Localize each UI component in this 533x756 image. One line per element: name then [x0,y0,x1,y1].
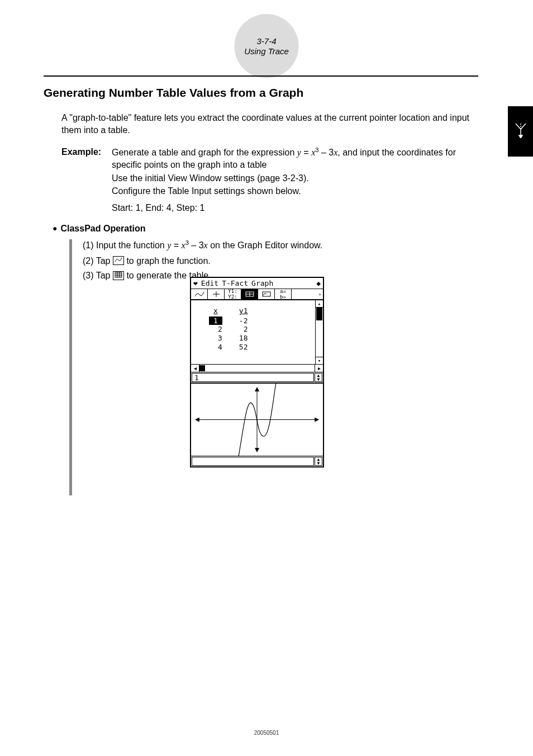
svg-marker-4 [519,135,522,138]
table-value-spinner[interactable]: ▲▼ [315,373,322,382]
example-start-end: Start: 1, End: 4, Step: 1 [112,202,478,214]
table-row[interactable]: 1 -2 [201,317,255,325]
hscroll-right-icon[interactable]: ▸ [315,365,323,372]
cell-selected: 1 [209,316,222,325]
calc-toolbar: Y1:Y2: a=b= ▹ [191,289,323,300]
table-value-field[interactable]: 1 [192,373,314,382]
example-block: Example: Generate a table and graph for … [61,146,478,215]
footer-date: 20050501 [0,730,533,736]
graph-value-field[interactable] [192,457,314,466]
svg-marker-20 [255,387,259,391]
svg-rect-5 [115,272,122,277]
example-line-3: Configure the Table Input settings shown… [112,185,478,197]
svg-marker-18 [195,418,199,422]
bullet-icon: ● [53,224,57,233]
toolbar-graph-icon[interactable] [191,289,208,299]
cell: 2 [231,325,256,333]
section-number: 3-7-4 [256,36,276,46]
section-title: Using Trace [244,46,289,56]
toolbar-graph-table-icon[interactable] [258,289,275,299]
tab-icon [513,121,528,141]
calc-menubar: ❤ Edit T-Fact Graph ◆ [191,278,323,289]
section-tab [508,106,533,157]
menu-tfact[interactable]: T-Fact [222,279,248,287]
steps-sidebar [69,239,72,495]
col-header-y1: y1 [231,307,256,316]
hscroll-track[interactable] [199,365,315,372]
graph-value-spinner[interactable]: ▲▼ [315,457,322,466]
calculator-screenshot: ❤ Edit T-Fact Graph ◆ Y1:Y2: a=b= ▹ x y1 [190,277,324,467]
table-vscrollbar[interactable] [315,300,323,364]
cell: 4 [201,343,230,351]
graph-value-field-row: ▲▼ [191,456,323,466]
col-header-x: x [201,307,230,316]
horizontal-rule [44,75,478,77]
operation-heading: ●ClassPad Operation [53,224,478,234]
menu-graph[interactable]: Graph [251,279,273,287]
page-title: Generating Number Table Values from a Gr… [44,86,478,100]
table-panel: x y1 1 -2 2 2 3 18 4 52 [191,300,323,365]
svg-line-1 [521,124,526,129]
toolbar-expand-icon[interactable]: ▹ [292,289,323,299]
step-1: (1) Input the function y = x3 – 3x on th… [83,238,478,253]
toolbar-zoom-icon[interactable] [208,289,225,299]
page-header-badge: 3-7-4 Using Trace [235,14,299,78]
svg-marker-21 [255,448,259,452]
table-hscrollbar[interactable]: ◂ ▸ [191,365,323,372]
example-body: Generate a table and graph for the expre… [112,146,478,215]
svg-line-0 [516,124,521,129]
example-label: Example: [61,146,112,215]
menu-close-icon[interactable]: ◆ [316,279,321,287]
graph-panel[interactable] [191,384,323,456]
table-row[interactable]: 3 18 [201,334,255,342]
table-value-field-row: 1 ▲▼ [191,372,323,384]
menu-dropdown-icon[interactable]: ❤ [193,279,198,287]
table-row[interactable]: 2 2 [201,325,255,333]
cell: 52 [231,343,256,351]
toolbar-table-window-icon[interactable] [241,289,258,299]
cell: -2 [231,317,256,325]
graph-icon [113,256,124,265]
cell: 18 [231,334,256,342]
table-icon [113,271,124,280]
step-2: (2) Tap to graph the function. [83,254,478,268]
example-line-2: Use the initial View Window settings (pa… [112,172,478,185]
cell: 3 [201,334,230,342]
table-row[interactable]: 4 52 [201,343,255,351]
cell: 2 [201,325,230,333]
hscroll-left-icon[interactable]: ◂ [191,365,199,372]
toolbar-ab-icon[interactable]: a=b= [275,289,292,299]
menu-edit[interactable]: Edit [201,279,218,287]
number-table: x y1 1 -2 2 2 3 18 4 52 [200,306,256,352]
intro-paragraph: A "graph-to-table" feature lets you extr… [61,112,478,136]
svg-marker-17 [315,418,319,422]
main-content: Generating Number Table Values from a Gr… [44,86,478,284]
example-line-1: Generate a table and graph for the expre… [112,146,478,171]
toolbar-y1y2-icon[interactable]: Y1:Y2: [225,289,241,299]
